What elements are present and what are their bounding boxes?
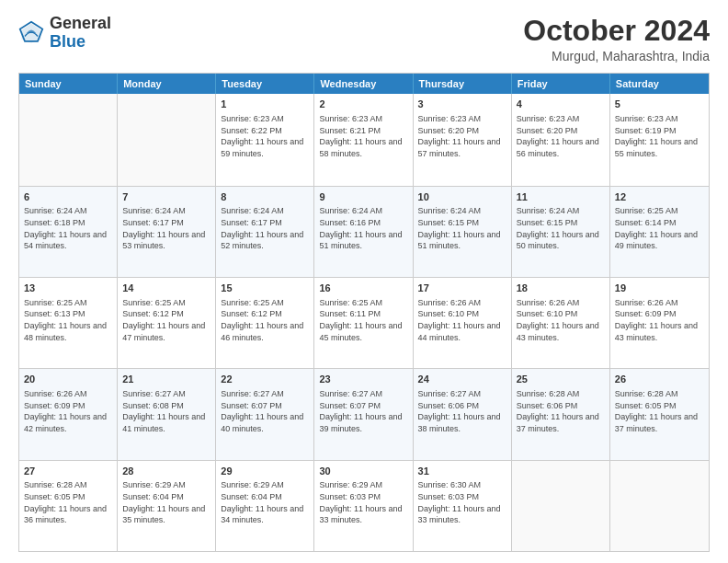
day-number: 2 [319, 98, 407, 111]
calendar-week-2: 6Sunrise: 6:24 AM Sunset: 6:18 PM Daylig… [19, 186, 709, 277]
cell-info: Sunrise: 6:30 AM Sunset: 6:03 PM Dayligh… [418, 479, 506, 525]
calendar-cell: 9Sunrise: 6:24 AM Sunset: 6:16 PM Daylig… [314, 187, 413, 277]
calendar-header: Sunday Monday Tuesday Wednesday Thursday… [19, 74, 709, 94]
cell-info: Sunrise: 6:25 AM Sunset: 6:11 PM Dayligh… [319, 297, 407, 343]
calendar-cell: 13Sunrise: 6:25 AM Sunset: 6:13 PM Dayli… [19, 278, 118, 368]
calendar-cell: 26Sunrise: 6:28 AM Sunset: 6:05 PM Dayli… [610, 369, 709, 459]
header-friday: Friday [512, 74, 610, 94]
logo: General Blue [18, 15, 111, 52]
location: Murgud, Maharashtra, India [523, 49, 710, 63]
cell-info: Sunrise: 6:26 AM Sunset: 6:10 PM Dayligh… [418, 297, 506, 343]
cell-info: Sunrise: 6:24 AM Sunset: 6:17 PM Dayligh… [122, 205, 210, 251]
day-number: 14 [122, 282, 210, 295]
calendar-cell: 8Sunrise: 6:24 AM Sunset: 6:17 PM Daylig… [216, 187, 314, 277]
cell-info: Sunrise: 6:26 AM Sunset: 6:10 PM Dayligh… [517, 297, 605, 343]
cell-info: Sunrise: 6:27 AM Sunset: 6:07 PM Dayligh… [221, 388, 309, 434]
calendar-cell [512, 461, 610, 551]
day-number: 31 [418, 465, 506, 478]
calendar-cell: 18Sunrise: 6:26 AM Sunset: 6:10 PM Dayli… [512, 278, 610, 368]
calendar-cell: 14Sunrise: 6:25 AM Sunset: 6:12 PM Dayli… [118, 278, 216, 368]
day-number: 6 [24, 190, 112, 204]
calendar-cell: 4Sunrise: 6:23 AM Sunset: 6:20 PM Daylig… [512, 94, 610, 185]
calendar-cell: 5Sunrise: 6:23 AM Sunset: 6:19 PM Daylig… [610, 94, 709, 185]
calendar-cell: 25Sunrise: 6:28 AM Sunset: 6:06 PM Dayli… [512, 369, 610, 459]
day-number: 13 [24, 282, 112, 295]
calendar-cell: 15Sunrise: 6:25 AM Sunset: 6:12 PM Dayli… [216, 278, 314, 368]
calendar-cell [19, 94, 118, 185]
header-saturday: Saturday [610, 74, 709, 94]
calendar-cell: 30Sunrise: 6:29 AM Sunset: 6:03 PM Dayli… [314, 461, 413, 551]
header: General Blue October 2024 Murgud, Mahara… [18, 15, 710, 63]
day-number: 30 [319, 465, 407, 478]
day-number: 8 [221, 190, 309, 204]
calendar-cell: 11Sunrise: 6:24 AM Sunset: 6:15 PM Dayli… [512, 187, 610, 277]
day-number: 1 [221, 98, 309, 111]
header-wednesday: Wednesday [314, 74, 413, 94]
cell-info: Sunrise: 6:24 AM Sunset: 6:15 PM Dayligh… [517, 205, 605, 251]
day-number: 10 [418, 190, 506, 204]
calendar-cell: 3Sunrise: 6:23 AM Sunset: 6:20 PM Daylig… [414, 94, 512, 185]
cell-info: Sunrise: 6:25 AM Sunset: 6:12 PM Dayligh… [122, 297, 210, 343]
day-number: 27 [24, 465, 112, 478]
day-number: 4 [517, 98, 605, 111]
day-number: 16 [319, 282, 407, 295]
cell-info: Sunrise: 6:28 AM Sunset: 6:06 PM Dayligh… [517, 388, 605, 434]
day-number: 17 [418, 282, 506, 295]
day-number: 28 [122, 465, 210, 478]
calendar-cell: 20Sunrise: 6:26 AM Sunset: 6:09 PM Dayli… [19, 369, 118, 459]
calendar-cell: 10Sunrise: 6:24 AM Sunset: 6:15 PM Dayli… [414, 187, 512, 277]
day-number: 15 [221, 282, 309, 295]
calendar-cell: 29Sunrise: 6:29 AM Sunset: 6:04 PM Dayli… [216, 461, 314, 551]
day-number: 19 [615, 282, 704, 295]
calendar-cell: 27Sunrise: 6:28 AM Sunset: 6:05 PM Dayli… [19, 461, 118, 551]
cell-info: Sunrise: 6:26 AM Sunset: 6:09 PM Dayligh… [24, 388, 112, 434]
header-tuesday: Tuesday [216, 74, 314, 94]
calendar-week-3: 13Sunrise: 6:25 AM Sunset: 6:13 PM Dayli… [19, 277, 709, 368]
calendar-cell: 22Sunrise: 6:27 AM Sunset: 6:07 PM Dayli… [216, 369, 314, 459]
page: General Blue October 2024 Murgud, Mahara… [0, 0, 728, 563]
cell-info: Sunrise: 6:23 AM Sunset: 6:21 PM Dayligh… [319, 113, 407, 159]
day-number: 18 [517, 282, 605, 295]
day-number: 25 [517, 373, 605, 386]
calendar-cell: 23Sunrise: 6:27 AM Sunset: 6:07 PM Dayli… [314, 369, 413, 459]
day-number: 12 [615, 190, 704, 204]
day-number: 23 [319, 373, 407, 386]
day-number: 22 [221, 373, 309, 386]
calendar-cell: 21Sunrise: 6:27 AM Sunset: 6:08 PM Dayli… [118, 369, 216, 459]
calendar-cell [118, 94, 216, 185]
cell-info: Sunrise: 6:23 AM Sunset: 6:19 PM Dayligh… [615, 113, 704, 159]
calendar: Sunday Monday Tuesday Wednesday Thursday… [18, 73, 710, 552]
cell-info: Sunrise: 6:23 AM Sunset: 6:22 PM Dayligh… [221, 113, 309, 159]
calendar-body: 1Sunrise: 6:23 AM Sunset: 6:22 PM Daylig… [19, 94, 709, 551]
logo-icon [18, 20, 44, 46]
cell-info: Sunrise: 6:29 AM Sunset: 6:04 PM Dayligh… [221, 479, 309, 525]
cell-info: Sunrise: 6:24 AM Sunset: 6:17 PM Dayligh… [221, 205, 309, 251]
day-number: 29 [221, 465, 309, 478]
calendar-cell: 16Sunrise: 6:25 AM Sunset: 6:11 PM Dayli… [314, 278, 413, 368]
header-monday: Monday [118, 74, 216, 94]
day-number: 11 [517, 190, 605, 204]
cell-info: Sunrise: 6:28 AM Sunset: 6:05 PM Dayligh… [615, 388, 704, 434]
cell-info: Sunrise: 6:25 AM Sunset: 6:12 PM Dayligh… [221, 297, 309, 343]
day-number: 3 [418, 98, 506, 111]
cell-info: Sunrise: 6:29 AM Sunset: 6:03 PM Dayligh… [319, 479, 407, 525]
calendar-cell: 24Sunrise: 6:27 AM Sunset: 6:06 PM Dayli… [414, 369, 512, 459]
cell-info: Sunrise: 6:23 AM Sunset: 6:20 PM Dayligh… [418, 113, 506, 159]
day-number: 20 [24, 373, 112, 386]
day-number: 7 [122, 190, 210, 204]
day-number: 5 [615, 98, 704, 111]
day-number: 21 [122, 373, 210, 386]
calendar-week-4: 20Sunrise: 6:26 AM Sunset: 6:09 PM Dayli… [19, 368, 709, 459]
calendar-cell [610, 461, 709, 551]
day-number: 9 [319, 190, 407, 204]
logo-general: General [50, 14, 111, 32]
logo-text: General Blue [50, 15, 111, 52]
cell-info: Sunrise: 6:28 AM Sunset: 6:05 PM Dayligh… [24, 479, 112, 525]
calendar-cell: 31Sunrise: 6:30 AM Sunset: 6:03 PM Dayli… [414, 461, 512, 551]
header-sunday: Sunday [19, 74, 118, 94]
header-thursday: Thursday [414, 74, 512, 94]
logo-blue: Blue [50, 32, 85, 51]
calendar-cell: 17Sunrise: 6:26 AM Sunset: 6:10 PM Dayli… [414, 278, 512, 368]
calendar-cell: 6Sunrise: 6:24 AM Sunset: 6:18 PM Daylig… [19, 187, 118, 277]
calendar-cell: 7Sunrise: 6:24 AM Sunset: 6:17 PM Daylig… [118, 187, 216, 277]
